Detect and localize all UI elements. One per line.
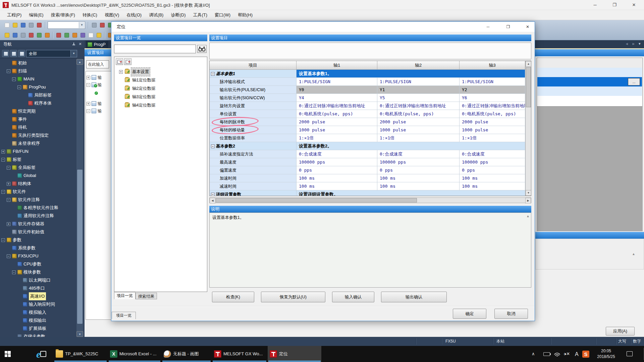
expand-icon[interactable]: + xyxy=(7,222,10,226)
navigation-filter-dropdown[interactable]: 全部 ▼ xyxy=(26,50,77,57)
column-header-轴1[interactable]: 轴1 xyxy=(297,61,377,70)
value-cell-axis1[interactable]: 100 ms xyxy=(297,182,377,190)
sidebar-item-软元件[interactable]: −软元件 xyxy=(0,188,76,196)
sidebar-item-无执行类型指定[interactable]: 无执行类型指定 xyxy=(0,131,76,139)
value-cell-axis2[interactable]: Y1 xyxy=(377,86,460,94)
scroll-up-icon[interactable]: ▲ xyxy=(526,61,531,67)
value-cell-axis3[interactable]: 0:电机系统(pulse, pps) xyxy=(460,110,525,118)
value-cell-axis2[interactable]: 1:PULSE/SIGN xyxy=(377,78,460,86)
value-cell-axis3[interactable]: 0:通过正转脉冲输出增加当前地址 xyxy=(460,102,525,110)
scroll-right-icon[interactable]: ▶ xyxy=(525,198,531,203)
toolbar-button[interactable] xyxy=(91,21,98,29)
chevron-down-icon[interactable]: ▼ xyxy=(70,50,77,57)
toolbar-button[interactable] xyxy=(3,21,11,29)
taskbar-app-Microsoft Excel - ...[interactable]: XMicrosoft Excel - ... xyxy=(108,346,161,362)
param-name-cell[interactable]: 减速时间 xyxy=(210,182,297,190)
sidebar-item-CPU参数[interactable]: CPU参数 xyxy=(0,260,76,268)
toolbar-button[interactable] xyxy=(95,32,103,39)
value-cell-axis1[interactable]: 1000 pulse xyxy=(297,126,377,134)
taskbar-clock[interactable]: 20:05 2018/5/25 xyxy=(592,348,621,360)
taskbar-app-MELSOFT GX Wo...[interactable]: MELSOFT GX Wo... xyxy=(212,346,267,362)
collapse-icon[interactable]: − xyxy=(87,109,90,113)
horizontal-scrollbar[interactable]: ◀ ▶ xyxy=(209,197,531,203)
sidebar-item-扩展插板[interactable]: 扩展插板 xyxy=(0,324,76,333)
cancel-button[interactable]: 取消 xyxy=(494,309,528,319)
expand-icon[interactable]: + xyxy=(119,70,123,74)
expand-tree-icon[interactable] xyxy=(10,50,17,57)
tab-list-icon[interactable]: ▾ xyxy=(639,42,641,46)
group-desc-cell[interactable]: 设置基本参数1。 xyxy=(297,70,525,78)
collapse-icon[interactable]: − xyxy=(12,77,16,81)
sidebar-item-标签[interactable]: −标签 xyxy=(0,156,76,164)
param-name-cell[interactable]: 最高速度 xyxy=(210,158,297,166)
collapse-icon[interactable]: − xyxy=(211,144,215,148)
menu-item[interactable]: 视图(V) xyxy=(101,10,123,20)
expand-icon[interactable]: + xyxy=(7,182,10,186)
menu-item[interactable]: 搜索/替换(F) xyxy=(47,10,79,20)
value-cell-axis1[interactable]: 1:×1倍 xyxy=(297,134,377,142)
scroll-left-icon[interactable]: ◀ xyxy=(210,198,215,203)
toolbar-button[interactable] xyxy=(3,32,11,39)
value-cell-axis2[interactable]: 2000 pulse xyxy=(377,118,460,126)
collapse-icon[interactable]: − xyxy=(7,254,10,258)
bg-tree-item[interactable]: ✓ xyxy=(87,89,111,96)
dialog-tree-item-基本设置[interactable]: +基本设置 xyxy=(114,68,207,76)
sidebar-item-FX5UCPU[interactable]: −FX5UCPU xyxy=(0,252,76,260)
sidebar-item-通用软元件注释[interactable]: 通用软元件注释 xyxy=(0,212,76,220)
tab-scroll-left-icon[interactable]: ◃ xyxy=(626,42,628,46)
value-cell-axis2[interactable]: 0:电机系统(pulse, pps) xyxy=(377,110,460,118)
value-cell-axis3[interactable]: 100 ms xyxy=(460,174,525,182)
close-panel-icon[interactable]: ✕ xyxy=(78,42,83,46)
toolbar-button[interactable] xyxy=(79,32,87,39)
chevron-down-icon[interactable]: ▼ xyxy=(79,22,85,28)
sidebar-item-FB/FUN[interactable]: +FB/FUN xyxy=(0,147,76,156)
action-center-icon[interactable] xyxy=(627,351,633,356)
sidebar-item-恒定周期[interactable]: 恒定周期 xyxy=(0,107,76,115)
value-cell-axis1[interactable]: 0:合成速度 xyxy=(297,150,377,158)
restore-default-button[interactable]: 恢复为默认(U) xyxy=(261,292,325,302)
value-cell-axis1[interactable]: Y0 xyxy=(297,86,377,94)
sidebar-item-软元件存储器[interactable]: +软元件存储器 xyxy=(0,220,76,228)
vertical-scrollbar[interactable]: ▲▼ xyxy=(525,61,531,196)
scroll-up-icon[interactable]: ▲ xyxy=(76,59,83,65)
toolbar-button[interactable] xyxy=(11,21,19,29)
toolbar-button[interactable] xyxy=(63,32,70,39)
bg-search-input[interactable]: 在此输入 xyxy=(86,60,109,68)
value-cell-axis3[interactable]: 1:PULSE/SIGN xyxy=(460,78,525,86)
sidebar-item-以太网端口[interactable]: 以太网端口 xyxy=(0,276,76,284)
sidebar-item-程序本体[interactable]: 程序本体 xyxy=(0,99,76,107)
hscroll-thumb[interactable] xyxy=(216,198,417,202)
value-cell-axis2[interactable]: 1000 pulse xyxy=(377,126,460,134)
menu-item[interactable]: 工具(T) xyxy=(189,10,211,20)
toolbar-button[interactable] xyxy=(28,32,35,39)
sidebar-item-扫描[interactable]: −扫描 xyxy=(0,67,76,75)
param-name-cell[interactable]: −基本参数2 xyxy=(210,142,297,150)
param-name-cell[interactable]: 加速时间 xyxy=(210,174,297,182)
sidebar-item-各程序软元件注释[interactable]: 各程序软元件注释 xyxy=(0,204,76,212)
tree-expand-icon[interactable] xyxy=(124,58,131,65)
dialog-close-button[interactable]: ✕ xyxy=(520,22,535,31)
toolbar-button[interactable] xyxy=(11,32,19,39)
collapse-icon[interactable]: − xyxy=(12,270,16,274)
value-cell-axis3[interactable]: Y2 xyxy=(460,86,525,94)
sidebar-item-485串口[interactable]: 485串口 xyxy=(0,284,76,292)
expand-icon[interactable]: + xyxy=(1,150,5,154)
toolbar-button[interactable] xyxy=(19,32,27,39)
wifi-icon[interactable] xyxy=(554,352,560,356)
value-cell-axis3[interactable]: 0 pps xyxy=(460,166,525,174)
tree-collapse-icon[interactable] xyxy=(116,58,123,65)
bg-tree-item[interactable]: +输 xyxy=(87,100,111,107)
collapse-icon[interactable]: − xyxy=(17,85,21,89)
sidebar-item-模拟输入[interactable]: 模拟输入 xyxy=(0,308,76,316)
collapse-icon[interactable]: − xyxy=(87,83,90,87)
toolbar-button[interactable] xyxy=(99,21,106,29)
tab-search-result[interactable]: 搜索结果 xyxy=(136,293,157,299)
collapse-icon[interactable]: − xyxy=(211,72,215,76)
collapse-icon[interactable]: − xyxy=(7,198,10,202)
sidebar-item-待机[interactable]: 待机 xyxy=(0,123,76,131)
sidebar-item-模块参数[interactable]: −模块参数 xyxy=(0,268,76,276)
menu-item[interactable]: 编辑(E) xyxy=(25,10,47,20)
apply-button[interactable]: 应用(A) xyxy=(606,327,635,336)
bg-tree-item[interactable]: −✓输 xyxy=(87,81,111,88)
dialog-tree-item-轴2定位数据[interactable]: 轴2定位数据 xyxy=(114,84,207,93)
